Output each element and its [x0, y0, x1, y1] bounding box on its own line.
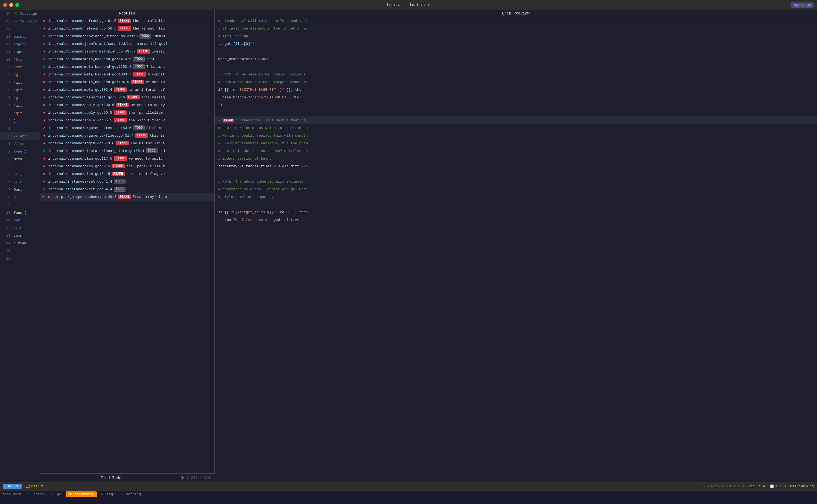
- result-row[interactable]: ✱ internal/command/refresh.go:56:5 FIXME…: [40, 25, 214, 32]
- clock-time: 13:38: [775, 484, 786, 488]
- editor-line-c11: 11 var: [0, 216, 40, 224]
- result-row[interactable]: ✱ internal/command/meta_backend.go:1083:…: [40, 71, 214, 78]
- check-icon: ✔: [42, 42, 46, 46]
- result-row[interactable]: ✔ internal/command/meta_backend.go:1253:…: [40, 63, 214, 71]
- check-icon: ✔: [42, 179, 46, 184]
- result-row[interactable]: ✱ internal/command/refresh.go:61:5 FIXME…: [40, 17, 214, 25]
- result-row[interactable]: ✔ internal/instances/set.go:41:4 TODO: [40, 178, 214, 185]
- editor-line-8: 8 "git: [0, 71, 40, 79]
- maximize-button[interactable]: [15, 3, 19, 7]
- branch-indicator: ⎇ main ≡: [26, 484, 43, 489]
- bug-icon: ✱: [42, 141, 46, 145]
- tab-4[interactable]: 4 img: [98, 491, 116, 497]
- minimize-button[interactable]: [9, 3, 13, 7]
- grep-line: # generated by a tool (protoc-gen-go) wh…: [215, 185, 817, 193]
- editor-line-c6: 6 // c: [0, 178, 40, 186]
- editor-line-0: 0 // App: [0, 132, 40, 140]
- search-icon: 🔭: [180, 476, 184, 480]
- grep-line: base_branch="origin/$GITHUB_BASE_REF": [215, 93, 817, 101]
- grep-line: # at least one element in the target arr…: [215, 25, 817, 32]
- grep-line: # "IFS" environment variable, but the pr…: [215, 139, 817, 147]
- grep-line: # item, though.: [215, 32, 817, 40]
- grep-line: target_files[0]="": [215, 40, 817, 48]
- editor-line-c15: 15: [0, 247, 40, 255]
- grep-line: [215, 63, 817, 71]
- editor-line-3: 3 "git: [0, 109, 40, 117]
- result-row[interactable]: ✔ internal/command/providers_mirror.go:3…: [40, 32, 214, 40]
- grep-line: echo "No files have changed relative to: [215, 216, 817, 224]
- grep-panel: Grep Preview # "readarray" will return a…: [215, 10, 817, 482]
- grep-line: base_branch="origin/main": [215, 55, 817, 63]
- bug-icon: ✱: [42, 164, 46, 168]
- bug-icon: ✱: [42, 26, 46, 31]
- bug-icon: ✱: [42, 133, 46, 138]
- editor-pane[interactable]: 16 // Copyright (c) HashiCorp, Inc. 15 /…: [0, 10, 40, 482]
- bug-icon: ✱: [42, 103, 46, 107]
- bug-icon: ✱: [42, 19, 46, 23]
- bug-icon: ✱: [42, 172, 46, 176]
- tab-5-label: setting: [126, 492, 141, 496]
- editor-line-c1: 1 // con: [0, 140, 40, 148]
- check-icon: ✔: [42, 65, 46, 69]
- grep-line: # then we'll use the PR's target branch …: [215, 78, 817, 86]
- result-row[interactable]: ✱ internal/command/views/test.go:280:6 F…: [40, 93, 214, 101]
- result-row[interactable]: ✱ internal/command/plan.go:54:5 FIXME th…: [40, 170, 214, 178]
- result-row[interactable]: ✱ internal/command/plan.go:59:5 FIXME th…: [40, 162, 214, 170]
- result-row[interactable]: ✔ internal/command/clistate/local_state.…: [40, 147, 214, 155]
- grep-line-highlighted: # FIXME: "readarray' is a Bash 4 feature…: [215, 116, 817, 124]
- editor-line-12: 12 import: [0, 40, 40, 48]
- editor-line-9: 9 "str: [0, 63, 40, 71]
- apply-label: apply.go: [791, 2, 814, 8]
- editor-line-c8: 8 }: [0, 194, 40, 201]
- result-row[interactable]: ✔ internal/command/jsonformat/computed/r…: [40, 40, 214, 48]
- bug-icon: ✱: [42, 80, 46, 84]
- result-row[interactable]: ✱ internal/command/apply.go:90:5 FIXME t…: [40, 109, 214, 116]
- grep-line: fi: [215, 101, 817, 109]
- result-row-current[interactable]: ➜ ✱ scripts/goimportscheck.sh:29:3 FIXME…: [40, 193, 214, 201]
- title-bar: tmux a -t test-nvim apply.go: [0, 0, 817, 10]
- close-button[interactable]: [3, 3, 7, 7]
- tab-2[interactable]: 2 go: [48, 491, 65, 497]
- mode-indicator: INSERT: [3, 484, 22, 489]
- grep-line: [215, 109, 817, 116]
- check-icon: ✔: [42, 57, 46, 61]
- result-row[interactable]: ✱ internal/command/arguments/flags.go:31…: [40, 132, 214, 139]
- result-row[interactable]: ✔ internal/command/arguments/test.go:53:…: [40, 124, 214, 132]
- tab-1[interactable]: 1 notes: [25, 491, 47, 497]
- result-row[interactable]: ✱ internal/command/login.go:573:6 FIXME …: [40, 139, 214, 147]
- clock-icon: 🕐: [770, 484, 774, 489]
- bug-icon: ✱: [42, 95, 46, 99]
- result-row[interactable]: ✱ internal/command/apply.go:85:5 FIXME t…: [40, 116, 214, 124]
- editor-line-10: 10 "fmt: [0, 56, 40, 63]
- editor-line-15: 15 // SPDX-License-Identifier: BUSL-1.1: [0, 17, 40, 25]
- tab-3-label: terraform: [74, 492, 93, 496]
- grep-line: readarray -t target_files < <(git diff -…: [215, 162, 817, 170]
- window-controls: [3, 3, 19, 7]
- result-row[interactable]: ✔ internal/instances/set.go:34:4 TODO: [40, 185, 214, 193]
- window-title: tmux a -t test-nvim: [386, 3, 431, 7]
- result-row[interactable]: ✱ internal/command/jsonformat/plan.go:43…: [40, 48, 214, 55]
- editor-line-7: 7 "git: [0, 79, 40, 86]
- result-row[interactable]: ✱ internal/command/plan.go:117:5 FIXME w…: [40, 155, 214, 162]
- grep-line: # modern version of Bash.: [215, 155, 817, 162]
- editor-line-c12: 12 // P: [0, 224, 40, 232]
- find-todo-bar: Find Todo 🔭 | 213 / 213: [40, 473, 215, 482]
- editor-line-2: 2 ): [0, 117, 40, 125]
- lines-icon: ≡: [41, 484, 43, 488]
- editor-line-11: 11 import: [0, 48, 40, 56]
- tab-5[interactable]: 5 setting: [117, 491, 144, 497]
- result-row[interactable]: ✱ internal/command/meta_backend.go:194:5…: [40, 78, 214, 86]
- tab-3[interactable]: 3 terraform: [66, 491, 97, 497]
- datetime-label: 2023-12-24 13:38:53: [703, 484, 744, 488]
- main-area: 16 // Copyright (c) HashiCorp, Inc. 15 /…: [0, 10, 817, 482]
- editor-line-4: 4 "git: [0, 102, 40, 109]
- results-header: Results: [40, 10, 214, 17]
- tab-2-label: go: [57, 492, 61, 496]
- editor-line-6: 6 "git: [0, 86, 40, 94]
- search-cursor: |: [187, 476, 189, 480]
- bug-icon: ✱: [46, 195, 51, 199]
- cursor-position: 1:4: [759, 484, 765, 488]
- result-row[interactable]: ✔ internal/command/meta_backend.go:1410:…: [40, 55, 214, 63]
- result-row[interactable]: ✱ internal/command/apply.go:200:5 FIXME …: [40, 101, 214, 109]
- result-row[interactable]: ✱ internal/command/meta.go:802:4 FIXME a…: [40, 86, 214, 93]
